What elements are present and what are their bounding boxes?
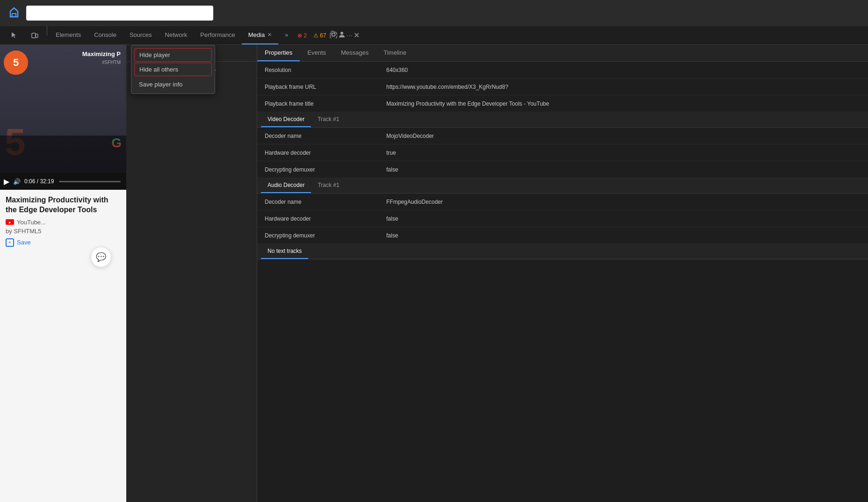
properties-content: Resolution 640x360 Playback frame URL ht…	[257, 62, 868, 502]
prop-row-vdec-hw: Hardware decoder true	[257, 144, 868, 161]
user-button[interactable]	[338, 31, 346, 40]
subtabs-bar: Properties Events Messages Timeline	[257, 45, 868, 62]
prop-key-adec-name: Decoder name	[265, 199, 386, 205]
time-display: 0:06 / 32:19	[24, 178, 54, 185]
chat-fab[interactable]: 💬	[91, 247, 111, 267]
main-content: 5 5 Maximizing P #SFHTM G ▶ 🔊	[0, 45, 868, 502]
prop-row-playback-url: Playback frame URL https://www.youtube.c…	[257, 79, 868, 95]
prop-val-vdec-hw: true	[386, 150, 861, 156]
context-menu: Hide player Hide all others Save player …	[131, 45, 215, 94]
prop-key-vdec-decrypt: Decrypting demuxer	[265, 166, 386, 173]
volume-button[interactable]: 🔊	[13, 178, 21, 185]
video-scene: 5 5 Maximizing P #SFHTM G ▶ 🔊	[0, 45, 126, 190]
warning-badge[interactable]: ⚠ 67	[311, 32, 329, 39]
tab-media-close[interactable]: ✕	[268, 32, 272, 38]
no-text-tracks-tab[interactable]: No text tracks	[261, 244, 308, 259]
cursor-tool[interactable]	[4, 26, 24, 44]
prop-key-vdec-hw: Hardware decoder	[265, 150, 386, 156]
progress-fill	[59, 181, 60, 182]
prop-row-vdec-name: Decoder name MojoVideoDecoder	[257, 128, 868, 144]
video-author: by SFHTML5	[6, 228, 121, 235]
video-player-area: 5 5 Maximizing P #SFHTM G ▶ 🔊	[0, 45, 126, 190]
tab-sources[interactable]: Sources	[123, 26, 159, 44]
prop-row-playback-title: Playback frame title Maximizing Producti…	[257, 95, 868, 112]
browser-content-sidebar: 5 5 Maximizing P #SFHTM G ▶ 🔊	[0, 45, 126, 502]
tab-elements[interactable]: Elements	[49, 26, 87, 44]
section-tab-audio-decoder[interactable]: Audio Decoder	[261, 178, 311, 193]
devtools-body: Players ▶ Maximizing Productivity with t…	[126, 45, 868, 502]
no-tracks-bar: No text tracks	[257, 244, 868, 259]
section-tab-video-decoder[interactable]: Video Decoder	[261, 112, 311, 127]
audio-decoder-tabs: Audio Decoder Track #1	[257, 178, 868, 194]
save-icon: +	[6, 238, 14, 247]
video-title-text: Maximizing Productivity with the Edge De…	[6, 195, 121, 215]
svg-rect-0	[32, 33, 36, 38]
prop-val-vdec-name: MojoVideoDecoder	[386, 133, 861, 139]
players-panel: Players ▶ Maximizing Productivity with t…	[126, 45, 257, 502]
device-toggle[interactable]	[24, 26, 45, 44]
close-devtools-button[interactable]: ✕	[354, 31, 360, 40]
prop-row-vdec-decrypt: Decrypting demuxer false	[257, 161, 868, 178]
svg-point-2	[340, 32, 343, 35]
youtube-icon	[6, 219, 14, 225]
devtools-toolbar-icons: ⊗ 2 ⚠ 67 ··· ✕	[295, 26, 360, 44]
more-options-button[interactable]: ···	[347, 32, 353, 39]
play-button[interactable]: ▶	[4, 177, 9, 186]
prop-key-vdec-name: Decoder name	[265, 133, 386, 139]
tab-media[interactable]: Media ✕	[242, 26, 278, 44]
prop-val-vdec-decrypt: false	[386, 166, 861, 173]
prop-val-adec-name: FFmpegAudioDecoder	[386, 199, 861, 205]
video-source: YouTube...	[6, 219, 121, 226]
properties-panel: Properties Events Messages Timeline	[257, 45, 868, 502]
svg-rect-1	[36, 34, 38, 37]
save-button[interactable]: + Save	[6, 238, 121, 247]
prop-val-resolution: 640x360	[386, 67, 861, 73]
tab-separator	[47, 26, 47, 36]
tab-more[interactable]: »	[278, 26, 295, 44]
error-badge[interactable]: ⊗ 2	[295, 32, 310, 39]
progress-bar[interactable]	[59, 181, 121, 182]
prop-key-adec-decrypt: Decrypting demuxer	[265, 232, 386, 239]
hide-player-menuitem[interactable]: Hide player	[134, 48, 212, 62]
hide-all-others-menuitem[interactable]: Hide all others	[134, 63, 212, 76]
tab-performance[interactable]: Performance	[194, 26, 241, 44]
browser-chrome	[0, 0, 868, 26]
subtab-events[interactable]: Events	[300, 45, 333, 61]
settings-button[interactable]	[330, 31, 337, 40]
subtab-properties[interactable]: Properties	[257, 45, 300, 61]
prop-key-playback-title: Playback frame title	[265, 100, 386, 107]
prop-val-playback-url: https://www.youtube.com/embed/X3_KgRrNud…	[386, 84, 861, 90]
prop-key-playback-url: Playback frame URL	[265, 84, 386, 90]
prop-row-adec-decrypt: Decrypting demuxer false	[257, 227, 868, 244]
browser-logo	[6, 5, 22, 22]
subtab-messages[interactable]: Messages	[333, 45, 376, 61]
prop-val-playback-title: Maximizing Productivity with the Edge De…	[386, 100, 861, 107]
prop-key-adec-hw: Hardware decoder	[265, 215, 386, 222]
tab-console[interactable]: Console	[87, 26, 123, 44]
section-tab-video-track1[interactable]: Track #1	[311, 112, 346, 127]
devtools-panel: Players ▶ Maximizing Productivity with t…	[126, 45, 868, 502]
video-controls: ▶ 🔊 0:06 / 32:19	[0, 173, 126, 190]
prop-key-resolution: Resolution	[265, 67, 386, 73]
devtools-tabbar: Elements Console Sources Network Perform…	[0, 26, 868, 45]
prop-row-adec-hw: Hardware decoder false	[257, 210, 868, 227]
subtab-timeline[interactable]: Timeline	[376, 45, 414, 61]
warning-icon: ⚠	[313, 32, 318, 39]
save-player-info-menuitem[interactable]: Save player info	[131, 77, 215, 92]
error-icon: ⊗	[297, 32, 302, 39]
video-title-overlay: Maximizing P	[82, 50, 121, 58]
prop-val-adec-hw: false	[386, 215, 861, 222]
prop-row-resolution: Resolution 640x360	[257, 62, 868, 79]
section-tab-audio-track1[interactable]: Track #1	[311, 178, 346, 193]
video-decoder-tabs: Video Decoder Track #1	[257, 112, 868, 128]
video-metadata: Maximizing Productivity with the Edge De…	[0, 190, 126, 282]
prop-val-adec-decrypt: false	[386, 232, 861, 239]
browser-addressbar[interactable]	[26, 6, 213, 21]
tab-network[interactable]: Network	[159, 26, 194, 44]
prop-row-adec-name: Decoder name FFmpegAudioDecoder	[257, 194, 868, 210]
